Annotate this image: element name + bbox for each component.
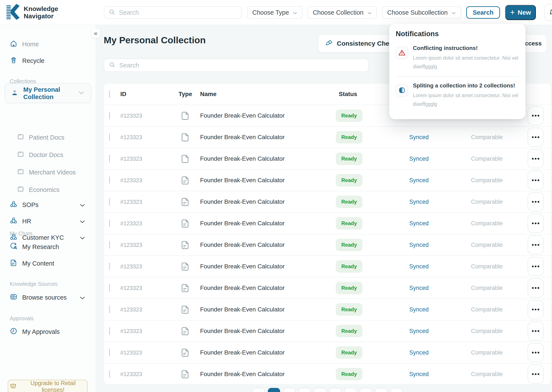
more-actions-icon [532, 115, 534, 117]
row-actions-button[interactable] [528, 171, 544, 190]
notification-item[interactable]: Conflicting instructions! Lorem ipsum do… [396, 39, 519, 76]
row-name: Founder Break-Even Calculator [200, 285, 333, 291]
choose-subcollection-dropdown[interactable]: Choose Subcollection [382, 6, 461, 19]
pagination-button[interactable]: 2 [283, 388, 295, 392]
row-actions-button[interactable] [528, 322, 544, 341]
upgrade-button[interactable]: Upgrade to Retail licenses! [8, 380, 87, 392]
sidebar-item-my-research[interactable]: My Research [10, 240, 91, 253]
chevron-down-icon[interactable] [80, 294, 85, 301]
status-badge: Ready [336, 217, 362, 230]
row-checkbox[interactable] [109, 133, 110, 141]
sidebar-collapse-button[interactable]: « [91, 28, 100, 38]
row-sync-link[interactable]: Synced [384, 177, 453, 184]
sidebar-item-my-approvals[interactable]: My Approvals [10, 325, 91, 338]
row-sync-link[interactable]: Synced [384, 134, 453, 141]
file-text-icon [180, 348, 190, 357]
row-checkbox[interactable] [109, 263, 110, 270]
row-id: #123323 [120, 306, 179, 313]
row-checkbox[interactable] [109, 349, 110, 356]
row-sync-link[interactable]: Synced [384, 155, 453, 162]
sidebar-section-my-chats: My Chats [10, 231, 33, 237]
row-sync-link[interactable]: Synced [384, 220, 453, 227]
row-sync-link[interactable]: Synced [384, 349, 453, 356]
row-checkbox[interactable] [109, 219, 110, 227]
search-button[interactable]: Search [466, 6, 500, 19]
row-sync-link[interactable]: Synced [384, 328, 453, 335]
row-checkbox[interactable] [109, 284, 110, 292]
row-checkbox[interactable] [109, 241, 110, 249]
sidebar-subfolder-item[interactable]: Doctor Docs [17, 148, 91, 161]
row-actions-button[interactable] [528, 235, 544, 254]
sidebar-subfolder-item[interactable]: Merchant Videos [17, 166, 91, 179]
row-actions-button[interactable] [528, 279, 544, 297]
notification-item[interactable]: Spliting a collection into 2 collections… [396, 76, 519, 114]
sidebar-group-item[interactable]: HR [10, 215, 91, 228]
chevron-down-icon [293, 9, 297, 16]
row-checkbox[interactable] [109, 198, 110, 205]
sidebar-item-label: My Approvals [22, 328, 60, 335]
row-actions-button[interactable] [528, 106, 544, 125]
choose-type-dropdown[interactable]: Choose Type [247, 6, 302, 19]
new-button[interactable]: + New [505, 5, 536, 20]
pagination-button[interactable]: › [390, 388, 402, 392]
row-sync-link[interactable]: Synced [384, 306, 453, 313]
row-actions-button[interactable] [528, 365, 544, 384]
pagination-button[interactable]: 5 [329, 388, 341, 392]
row-actions-button[interactable] [528, 343, 544, 362]
sidebar-item-my-content[interactable]: My Content [10, 257, 91, 270]
search-field[interactable] [119, 9, 237, 16]
collection-search-field[interactable] [119, 62, 364, 69]
select-all-checkbox[interactable] [109, 90, 110, 98]
collection-search-input[interactable] [104, 59, 369, 72]
notifications-title: Notifications [396, 30, 519, 38]
chevron-down-icon[interactable] [79, 91, 84, 95]
row-checkbox[interactable] [109, 327, 110, 335]
pagination-button[interactable]: 1 [268, 388, 280, 392]
row-actions-button[interactable] [528, 192, 544, 211]
row-actions-button[interactable] [528, 257, 544, 276]
chevron-down-icon[interactable] [80, 201, 85, 209]
table-body: #123323 [104, 105, 551, 385]
sidebar-item-browse-sources[interactable]: Browse sources [10, 291, 91, 304]
row-actions-button[interactable] [528, 128, 544, 147]
row-actions-button[interactable] [528, 300, 544, 319]
pagination-button[interactable]: 4 [314, 388, 326, 392]
consistency-check-label: Consistency Check [337, 40, 396, 47]
row-sync-link[interactable]: Synced [384, 371, 453, 378]
row-checkbox[interactable] [109, 112, 110, 119]
sidebar-subfolder-item[interactable]: Economics [17, 183, 91, 196]
sidebar-item-home[interactable]: Home [10, 38, 91, 51]
trash-icon [10, 56, 17, 65]
row-sync-link[interactable]: Synced [384, 199, 453, 205]
choose-type-label: Choose Type [252, 9, 289, 16]
status-badge: Ready [336, 153, 362, 165]
pagination-button[interactable]: … [360, 388, 372, 392]
row-id: #123323 [120, 285, 179, 291]
sidebar-item-label: My Content [22, 260, 54, 267]
row-checkbox[interactable] [109, 306, 110, 313]
sidebar-item-my-personal-collection[interactable]: My Personal Collection [5, 83, 91, 103]
row-checkbox[interactable] [109, 176, 110, 184]
chevron-down-icon[interactable] [80, 234, 85, 241]
sidebar-item-recycle[interactable]: Recycle [10, 54, 91, 67]
sidebar-subfolder-item[interactable]: Patient Docs [17, 131, 91, 144]
row-actions-button[interactable] [528, 214, 544, 233]
global-search-input[interactable] [104, 6, 242, 19]
pagination-button[interactable]: 12 [375, 388, 387, 392]
row-sync-link[interactable]: Synced [384, 263, 453, 270]
row-sync-link[interactable]: Synced [384, 285, 453, 291]
row-sync-link[interactable]: Synced [384, 242, 453, 248]
file-text-icon [180, 369, 190, 379]
sidebar-group-item[interactable]: SOPs [10, 198, 91, 211]
pagination-button[interactable]: 3 [298, 388, 311, 392]
chevron-down-icon[interactable] [80, 218, 85, 225]
pagination-button[interactable]: 6 [344, 388, 357, 392]
row-actions-button[interactable] [528, 149, 544, 168]
notifications-button[interactable] [545, 4, 552, 21]
choose-collection-dropdown[interactable]: Choose Collection [308, 6, 377, 19]
row-checkbox[interactable] [109, 155, 110, 162]
row-checkbox[interactable] [109, 370, 110, 378]
row-name: Founder Break-Even Calculator [200, 371, 333, 378]
pagination-button[interactable]: ‹ [252, 388, 265, 392]
file-icon [180, 132, 190, 142]
